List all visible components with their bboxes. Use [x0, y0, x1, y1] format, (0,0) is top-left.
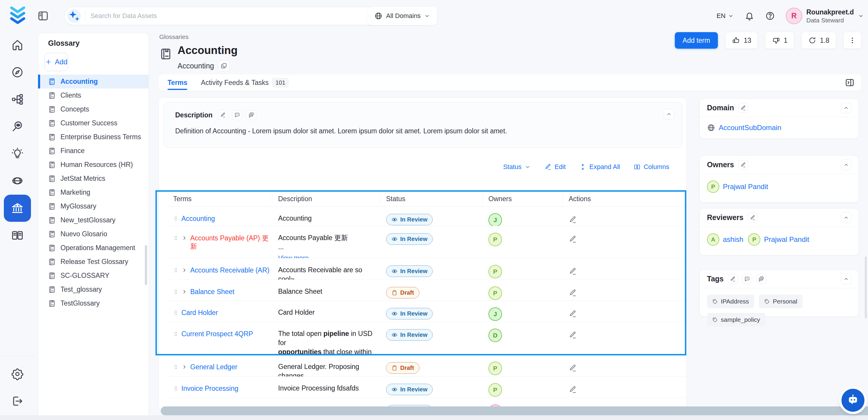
sidebar-toggle-icon[interactable]	[37, 10, 49, 22]
owner-avatar[interactable]: D	[488, 329, 502, 342]
add-glossary-button[interactable]: Add	[44, 53, 68, 71]
edit-term-icon[interactable]	[569, 267, 577, 275]
glossary-item[interactable]: Enterprise Business Terms	[38, 130, 149, 144]
task-description-button[interactable]	[246, 110, 256, 120]
glossary-item[interactable]: Finance	[38, 144, 149, 158]
expand-row-icon[interactable]	[181, 364, 187, 370]
owner-avatar[interactable]: J	[488, 307, 502, 321]
glossary-item[interactable]: Operations Management	[38, 241, 149, 255]
owner-avatar[interactable]: J	[488, 213, 502, 226]
term-link[interactable]: Accounting	[181, 214, 215, 223]
glossary-item[interactable]: SC-GLOSSARY	[38, 269, 149, 282]
tag-chip[interactable]: sample_policy	[707, 313, 765, 327]
notifications-bell-icon[interactable]	[744, 11, 754, 21]
owner-avatar[interactable]: P	[488, 265, 502, 278]
rail-item-explore[interactable]	[0, 59, 35, 86]
collapse-tags-button[interactable]	[841, 274, 851, 284]
term-link[interactable]: Accounts Payable (AP) 更新	[190, 234, 272, 250]
app-logo-icon[interactable]	[8, 5, 28, 27]
glossary-item[interactable]: Release Test Glossary	[38, 255, 149, 269]
status-filter-button[interactable]: Status	[503, 163, 531, 171]
user-link[interactable]: Aashish	[707, 233, 743, 246]
term-link[interactable]: Invoice Processing	[181, 384, 238, 393]
glossary-item[interactable]: Concepts	[38, 102, 149, 116]
owner-avatar[interactable]: P	[488, 383, 502, 397]
expand-all-button[interactable]: Expand All	[579, 163, 620, 171]
owner-avatar[interactable]: P	[488, 233, 502, 246]
term-link[interactable]: Accounts Receivable (AR)	[190, 266, 269, 274]
glossary-item[interactable]: Marketing	[38, 185, 149, 200]
collapse-panel-icon[interactable]	[845, 78, 855, 88]
rail-item-logout[interactable]	[0, 388, 35, 415]
collapse-owners-button[interactable]	[841, 159, 851, 170]
horizontal-scrollbar[interactable]	[161, 407, 868, 415]
tag-chip[interactable]: Personal	[759, 295, 803, 308]
edit-term-icon[interactable]	[569, 386, 577, 394]
edit-tags-button[interactable]	[728, 274, 738, 284]
edit-term-icon[interactable]	[569, 331, 577, 339]
collapse-reviewers-button[interactable]	[841, 212, 851, 223]
rail-item-glossary[interactable]	[0, 194, 35, 222]
comment-description-button[interactable]	[232, 110, 242, 120]
drag-handle-icon[interactable]	[173, 267, 179, 273]
rail-item-settings[interactable]	[0, 360, 35, 388]
edit-owners-button[interactable]	[738, 160, 748, 170]
right-panel-scrollbar[interactable]	[865, 257, 867, 319]
owner-avatar[interactable]: P	[488, 287, 502, 300]
expand-row-icon[interactable]	[181, 235, 187, 241]
drag-handle-icon[interactable]	[173, 331, 179, 337]
copy-name-button[interactable]	[218, 60, 229, 71]
tab-terms[interactable]: Terms	[167, 74, 187, 91]
collapse-description-button[interactable]	[663, 109, 674, 119]
term-link[interactable]: General Ledger	[190, 363, 238, 371]
glossary-item[interactable]: TestGlossary	[38, 296, 149, 310]
glossary-item[interactable]: MyGlossary	[38, 200, 149, 213]
view-more-link[interactable]: View more	[278, 254, 377, 258]
term-link[interactable]: Balance Sheet	[190, 288, 235, 296]
ai-sparkle-icon[interactable]	[67, 9, 81, 23]
add-term-button[interactable]: Add term	[675, 32, 718, 49]
rail-item-insights[interactable]	[0, 140, 35, 167]
edit-domain-button[interactable]	[738, 103, 748, 113]
help-icon[interactable]	[765, 11, 775, 21]
collapse-domain-button[interactable]	[841, 102, 851, 113]
expand-row-icon[interactable]	[181, 267, 187, 273]
edit-term-icon[interactable]	[569, 310, 577, 318]
drag-handle-icon[interactable]	[173, 235, 179, 241]
search-input[interactable]: Search for Data Assets	[91, 12, 386, 20]
term-link[interactable]: Card Holder	[181, 308, 218, 317]
user-menu[interactable]: R Rounakpreet.d Data Steward	[786, 8, 864, 24]
edit-reviewers-button[interactable]	[748, 213, 758, 223]
domain-link[interactable]: AccountSubDomain	[707, 124, 781, 132]
owner-avatar[interactable]: P	[488, 362, 502, 375]
drag-handle-icon[interactable]	[173, 385, 179, 392]
glossary-item[interactable]: New_testGlossary	[38, 213, 149, 227]
tag-chip[interactable]: IPAddress	[707, 295, 754, 308]
comment-tags-button[interactable]	[742, 274, 752, 284]
drag-handle-icon[interactable]	[173, 309, 179, 316]
task-tags-button[interactable]	[756, 274, 766, 284]
drag-handle-icon[interactable]	[173, 364, 179, 370]
expand-row-icon[interactable]	[181, 289, 187, 295]
glossary-scrollbar[interactable]	[145, 245, 147, 285]
user-link[interactable]: PPrajwal Pandit	[748, 233, 809, 246]
breadcrumb[interactable]: Glossaries	[159, 33, 188, 40]
term-link[interactable]: Current Prospect 4QRP	[181, 330, 253, 338]
drag-handle-icon[interactable]	[173, 289, 179, 295]
rail-item-lineage[interactable]	[0, 86, 35, 113]
edit-description-button[interactable]	[218, 110, 228, 120]
all-domains-dropdown[interactable]: All Domains	[367, 7, 437, 25]
more-options-button[interactable]	[843, 32, 861, 49]
glossary-item[interactable]: Nuevo Glosario	[38, 227, 149, 241]
language-dropdown[interactable]: EN	[716, 12, 734, 20]
chat-assistant-button[interactable]	[841, 389, 864, 412]
rail-item-knowledge-center[interactable]	[0, 222, 35, 249]
rail-item-home[interactable]	[0, 32, 35, 59]
edit-term-icon[interactable]	[569, 364, 577, 372]
downvote-button[interactable]: 1	[765, 32, 794, 49]
rail-item-observability[interactable]	[0, 113, 35, 140]
glossary-item[interactable]: JetStat Metrics	[38, 172, 149, 185]
edit-button[interactable]: Edit	[545, 163, 566, 171]
tab-activity-feeds-tasks[interactable]: Activity Feeds & Tasks101	[201, 74, 288, 91]
edit-term-icon[interactable]	[569, 235, 577, 243]
